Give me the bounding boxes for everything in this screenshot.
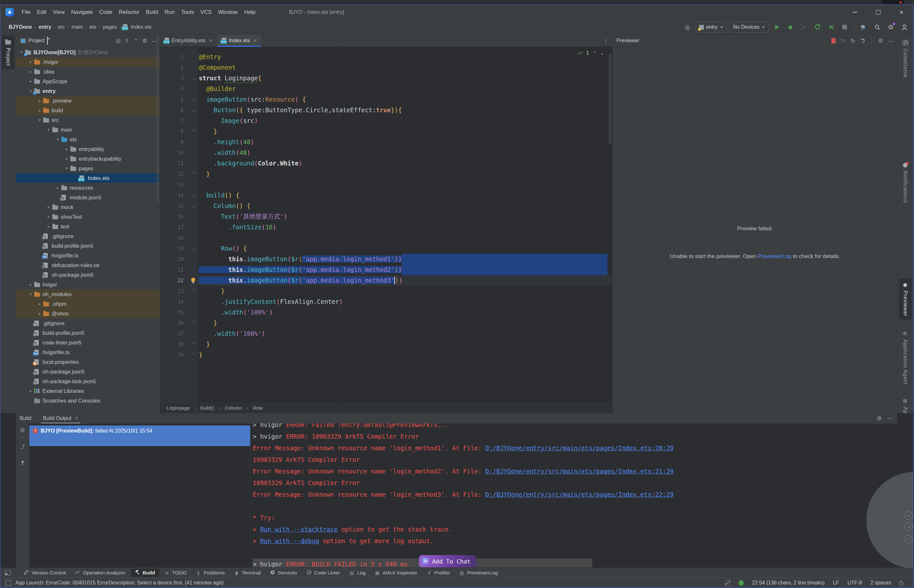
search-icon[interactable] <box>872 22 883 32</box>
tree-item[interactable]: { }build-profile.json5 <box>16 241 160 250</box>
code-line[interactable]: 4 @Builder <box>160 84 613 94</box>
refresh-icon[interactable]: ↻ <box>851 37 855 44</box>
fold-marker-icon[interactable]: ⌃ <box>190 318 197 328</box>
panel-settings-icon[interactable]: ⚙ <box>142 37 147 44</box>
menu-view[interactable]: View <box>50 8 68 17</box>
fold-marker-icon[interactable]: ⌄ <box>190 190 197 200</box>
code-line[interactable]: 12⌃ } <box>160 169 613 179</box>
code-line[interactable]: 11 .background(Color.White) <box>160 158 613 169</box>
tool-windows-icon[interactable] <box>5 570 11 575</box>
tree-chevron-icon[interactable]: ▸ <box>45 215 52 219</box>
toolwindow-terminal[interactable]: ›Terminal <box>230 569 265 577</box>
tree-item[interactable]: ▸.ohpm <box>16 299 160 309</box>
tab-options-icon[interactable]: ⋮ <box>603 37 609 44</box>
file-link[interactable]: D:/BJYOone/entry/src/main/ets/pages/Inde… <box>485 491 673 498</box>
prev-problem-icon[interactable]: ⌃ <box>592 50 597 56</box>
tree-item[interactable]: ▸@ohos <box>16 309 160 318</box>
previewer-log-link[interactable]: PreviewerLog <box>758 253 791 259</box>
toolwindow-todo[interactable]: ≡TODO <box>160 569 191 577</box>
maximize-button[interactable] <box>867 5 890 20</box>
collapse-all-icon[interactable]: ⌃ <box>134 38 138 44</box>
tree-item[interactable]: ▾pages <box>16 163 160 173</box>
mic-icon[interactable]: ♪ <box>904 523 913 531</box>
tree-chevron-icon[interactable]: ▾ <box>27 292 34 296</box>
menu-code[interactable]: Code <box>96 8 116 17</box>
tree-chevron-icon[interactable]: ▸ <box>63 157 70 161</box>
toolwindow-profiler[interactable]: Profiler <box>422 569 454 577</box>
stripe-tab-codegenie[interactable]: GCodeGenie <box>899 36 912 81</box>
fold-marker-icon[interactable]: ⌄ <box>190 73 197 84</box>
tree-chevron-icon[interactable]: ▾ <box>63 166 70 171</box>
tree-chevron-icon[interactable]: ▸ <box>45 224 52 229</box>
open-in-new-icon[interactable]: ⤴ <box>20 443 25 450</box>
pin-icon[interactable] <box>20 460 25 465</box>
tree-item[interactable]: ⊘.gitignore <box>16 318 160 328</box>
tree-item[interactable]: ≡obfuscation-rules.txt <box>16 260 160 270</box>
tree-item[interactable]: ▸resources <box>16 183 160 192</box>
fold-marker-icon[interactable]: ⌃ <box>190 339 197 350</box>
close-icon[interactable]: ✕ <box>209 38 213 43</box>
menu-run[interactable]: Run <box>161 8 178 17</box>
stripe-tab-application-agent[interactable]: ⊛Application Agent <box>899 327 912 388</box>
incremental-build-icon[interactable] <box>825 22 836 32</box>
close-icon[interactable]: ✕ <box>74 416 78 421</box>
editor-breadcrumb-item[interactable]: build() <box>201 405 214 411</box>
menu-tools[interactable]: Tools <box>178 8 197 17</box>
fold-marker-icon[interactable]: ⌄ <box>190 200 197 211</box>
tree-item[interactable]: ▸entrybackupability <box>16 154 160 163</box>
code-line[interactable]: 23⌃ } <box>160 286 613 296</box>
code-line[interactable]: 19⌄ Row() { <box>160 243 613 254</box>
toolwindow-arkui-inspector[interactable]: ▦ArkUI Inspector <box>371 569 421 577</box>
toolwindow-build[interactable]: Build <box>131 569 159 577</box>
tree-item[interactable]: ▸.preview <box>16 96 160 105</box>
plug-icon[interactable] <box>861 38 865 43</box>
breadcrumb-item[interactable]: Index.ets <box>129 24 153 31</box>
close-icon[interactable]: ✕ <box>253 38 257 43</box>
tree-item[interactable]: ▸.hvigor <box>16 57 160 67</box>
fold-marker-icon[interactable]: ⌄ <box>190 94 197 105</box>
module-selector[interactable]: entry ▼ <box>696 22 727 32</box>
hide-panel-icon[interactable]: — <box>152 38 157 44</box>
tree-item[interactable]: ▸External Libraries <box>16 386 160 396</box>
tree-item[interactable]: ▾ets <box>16 134 160 144</box>
profile-avatar-icon[interactable] <box>899 22 910 32</box>
code-line[interactable]: 29⌃} <box>160 350 613 360</box>
tree-item[interactable]: ▸ohosTest <box>16 212 160 221</box>
tab-build-output[interactable]: Build Output ✕ <box>41 413 80 423</box>
tree-chevron-icon[interactable]: ▸ <box>36 311 43 316</box>
code-line[interactable]: 24 .justifyContent(FlexAlign.Center) <box>160 296 613 307</box>
code-line[interactable]: 1@Entry <box>160 52 613 62</box>
stripe-tab-project[interactable]: Project <box>2 36 15 69</box>
code-line[interactable]: 27 .width('100%') <box>160 328 613 339</box>
caret-position[interactable]: 22:54 (136 chars, 2 line breaks) <box>752 580 825 586</box>
hide-panel-icon[interactable]: — <box>888 38 893 44</box>
tree-item[interactable]: ▾src <box>16 115 160 125</box>
tree-item[interactable]: ▾entry <box>16 86 160 96</box>
stripe-tab-previewer[interactable]: ◉Previewer <box>899 278 912 320</box>
fold-marker-icon[interactable]: ⌃ <box>190 350 197 360</box>
tree-item[interactable]: { }oh-package-lock.json5 <box>16 376 160 386</box>
stop-build-icon[interactable] <box>20 428 24 432</box>
add-to-chat-button[interactable]: G Add To Chat <box>419 555 476 567</box>
code-line[interactable]: 28⌃ } <box>160 339 613 350</box>
tab-entryability.ets[interactable]: ETSEntryAbility.ets✕ <box>160 34 217 47</box>
locate-file-icon[interactable]: ◎ <box>116 37 121 44</box>
tree-chevron-icon[interactable]: ▸ <box>27 60 34 64</box>
menu-help[interactable]: Help <box>241 8 259 17</box>
device-selector[interactable]: No Devices ▼ <box>730 22 769 32</box>
code-line[interactable]: 5⌄ imageButton(src:Resource) { <box>160 94 613 105</box>
project-scrollbar[interactable] <box>157 35 159 203</box>
tree-item[interactable]: ▾BJYOone [BJYO]D:\BJYOone <box>16 47 160 57</box>
settings-gear-icon[interactable]: ⚙ <box>885 22 896 32</box>
code-line[interactable]: 8⌃ } <box>160 126 613 137</box>
tree-item[interactable]: Scratches and Consoles <box>16 396 160 405</box>
toolwindow-previewerlog[interactable]: ▥PreviewerLog <box>455 569 501 577</box>
code-line[interactable]: 2@Component <box>160 62 613 73</box>
tree-item[interactable]: ▸mock <box>16 202 160 212</box>
tree-item[interactable]: { }build-profile.json5 <box>16 328 160 338</box>
menu-navigate[interactable]: Navigate <box>68 8 96 17</box>
tree-chevron-icon[interactable]: ▾ <box>45 128 52 132</box>
tree-item[interactable]: ▸test <box>16 221 160 231</box>
breadcrumb-item[interactable]: BJYOone <box>7 24 33 31</box>
text-size-icon[interactable]: Tt <box>841 38 845 44</box>
